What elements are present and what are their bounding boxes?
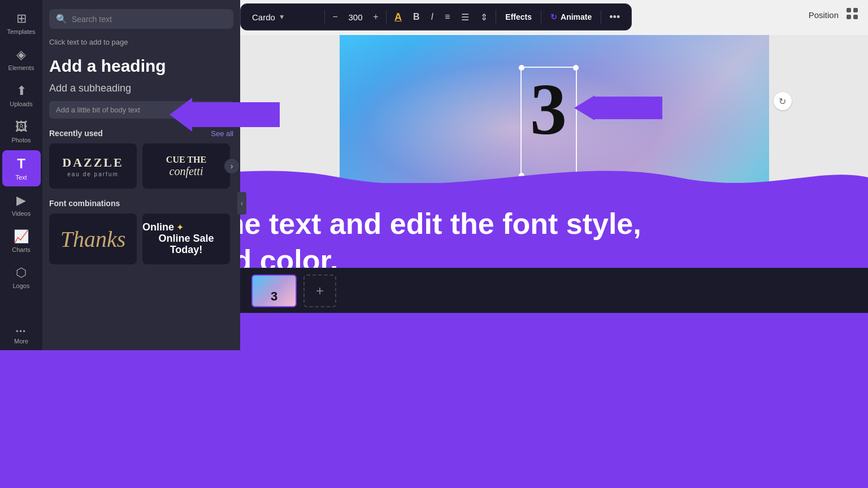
sidebar-item-uploads-label: Uploads (10, 101, 32, 107)
italic-button[interactable]: I (427, 10, 438, 24)
dazzle-preview: DAZZLE eau de parfum (62, 155, 123, 177)
panel-collapse-arrow[interactable]: ‹ (237, 192, 246, 215)
sidebar-item-more[interactable]: ••• More (2, 322, 41, 350)
more-icon: ••• (16, 328, 27, 336)
uploads-icon: ⬆ (16, 84, 27, 98)
svg-rect-1 (853, 8, 858, 12)
font-size-control: − + (328, 10, 383, 24)
toolbar-divider-1 (324, 10, 325, 24)
italic-icon: I (431, 12, 433, 22)
sidebar-item-elements-label: Elements (8, 64, 34, 71)
animate-label: Animate (561, 12, 592, 21)
timeline: 3 + (240, 268, 868, 313)
list-icon: ☰ (461, 12, 469, 23)
next-font-arrow[interactable]: › (224, 159, 239, 173)
animate-button[interactable]: ↻ Animate (545, 10, 597, 24)
thanks-font-combo[interactable]: Thanks (49, 213, 137, 264)
text-content-3: 3 (520, 67, 577, 146)
toolbar-divider-2 (386, 10, 387, 24)
sidebar-item-videos-label: Videos (12, 210, 31, 217)
arrow-head (574, 95, 594, 120)
sidebar-item-charts[interactable]: 📈 Charts (2, 224, 41, 259)
charts-icon: 📈 (14, 229, 29, 244)
cue-font-card[interactable]: CUE THE confetti (142, 143, 230, 189)
slide-number: 3 (271, 289, 277, 304)
online-sale-font-combo[interactable]: Online ✦ Online Sale Today! (142, 213, 230, 264)
logos-icon: ⬡ (16, 265, 27, 280)
sidebar-item-more-label: More (14, 338, 28, 345)
sidebar-item-text-label: Text (15, 174, 27, 181)
font-combinations-title: Font combinations (49, 199, 233, 208)
photos-icon: 🖼 (15, 120, 28, 134)
spacing-icon: ⇕ (480, 12, 488, 23)
slide-thumbnail-1[interactable]: 3 (251, 274, 297, 307)
click-hint: Click text to add to page (49, 38, 233, 46)
svg-rect-2 (847, 15, 851, 19)
arrow-body-left (192, 102, 280, 127)
sidebar-item-logos-label: Logos (13, 282, 30, 289)
dazzle-sub-text: eau de parfum (67, 171, 119, 177)
add-subheading-button[interactable]: Add a subheading (49, 79, 233, 98)
bold-icon: B (413, 12, 420, 22)
toolbar: Cardo ▼ − + A B I ≡ ☰ ⇕ Effects ↻ Animat… (240, 3, 632, 30)
sidebar-item-elements[interactable]: ◈ Elements (2, 42, 41, 77)
sidebar-item-logos[interactable]: ⬡ Logos (2, 260, 41, 295)
font-size-input[interactable] (345, 12, 366, 22)
svg-rect-0 (847, 8, 851, 12)
star-icon: ✦ (176, 223, 184, 233)
text-color-icon: A (394, 11, 402, 23)
search-input[interactable] (72, 15, 227, 24)
list-button[interactable]: ☰ (457, 10, 474, 25)
bold-button[interactable]: B (409, 10, 424, 24)
decrease-size-button[interactable]: − (328, 10, 342, 24)
arrow-head-left (170, 98, 192, 132)
add-slide-button[interactable]: + (303, 274, 336, 307)
sidebar-item-text[interactable]: T Text (2, 150, 41, 186)
arrow-body (594, 97, 662, 119)
align-button[interactable]: ≡ (440, 10, 454, 24)
font-combo-previews: Thanks Online ✦ Online Sale Today! (49, 213, 233, 264)
text-color-button[interactable]: A (390, 9, 406, 25)
animate-icon: ↻ (550, 12, 557, 21)
online-sale-preview: Online ✦ Online Sale Today! (142, 222, 230, 255)
svg-rect-3 (853, 15, 858, 19)
grid-icon-button[interactable] (845, 7, 859, 23)
sidebar-item-templates-label: Templates (7, 28, 35, 35)
canvas-arrow (574, 95, 662, 120)
chevron-down-icon: ▼ (279, 13, 285, 21)
spacing-button[interactable]: ⇕ (476, 10, 492, 25)
cue-preview: CUE THE confetti (166, 155, 206, 178)
cue-confetti: confetti (166, 165, 206, 178)
increase-size-button[interactable]: + (369, 10, 383, 24)
search-icon: 🔍 (56, 14, 67, 24)
position-button[interactable]: Position (809, 10, 839, 20)
font-name: Cardo (252, 12, 275, 22)
toolbar-divider-4 (541, 10, 541, 24)
refresh-button[interactable]: ↻ (774, 92, 792, 110)
align-icon: ≡ (445, 12, 450, 22)
search-bar[interactable]: 🔍 (49, 9, 233, 29)
sidebar-item-templates[interactable]: ⊞ Templates (2, 6, 41, 41)
grid-icon (845, 7, 859, 20)
sidebar-item-uploads[interactable]: ⬆ Uploads (2, 78, 41, 113)
font-selector[interactable]: Cardo ▼ (248, 10, 321, 24)
dazzle-font-card[interactable]: DAZZLE eau de parfum (49, 143, 137, 189)
sidebar-item-photos[interactable]: 🖼 Photos (2, 114, 41, 149)
cue-main: CUE THE (166, 155, 206, 165)
sidebar-item-charts-label: Charts (12, 246, 30, 253)
recently-used-previews: DAZZLE eau de parfum CUE THE confetti › (49, 143, 233, 189)
panel-arrow (170, 98, 280, 132)
text-panel: 🔍 Click text to add to page Add a headin… (42, 0, 240, 350)
toolbar-divider-5 (601, 10, 601, 24)
templates-icon: ⊞ (16, 11, 27, 26)
text-icon: T (17, 156, 25, 172)
thanks-text: Thanks (60, 226, 126, 252)
sidebar: ⊞ Templates ◈ Elements ⬆ Uploads 🖼 Photo… (0, 0, 42, 350)
sidebar-item-photos-label: Photos (11, 137, 31, 143)
add-heading-button[interactable]: Add a heading (49, 53, 233, 79)
effects-button[interactable]: Effects (500, 10, 537, 24)
recently-used-title: Recently used (49, 129, 103, 138)
toolbar-divider-3 (496, 10, 496, 24)
more-button[interactable]: ••• (605, 9, 624, 25)
sidebar-item-videos[interactable]: ▶ Videos (2, 188, 41, 223)
